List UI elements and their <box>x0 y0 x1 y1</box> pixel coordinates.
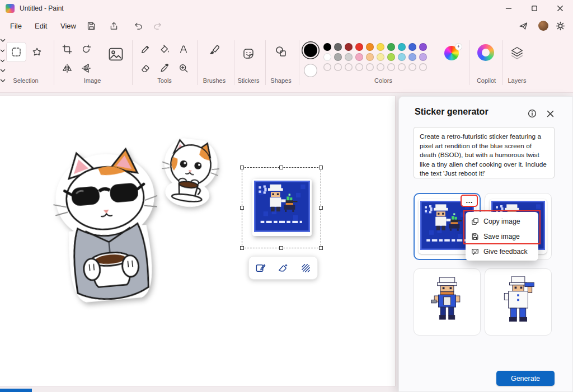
flip-horizontal-icon[interactable] <box>59 60 75 76</box>
panel-close-icon[interactable] <box>544 108 556 119</box>
color-swatch[interactable] <box>398 53 406 61</box>
sticker-generator-panel: Sticker generator Create a retro-futuris… <box>398 96 573 392</box>
color-swatch[interactable] <box>366 43 374 51</box>
send-feedback-icon[interactable] <box>516 19 530 32</box>
selection-box[interactable] <box>242 167 321 248</box>
redo-button[interactable] <box>150 19 165 32</box>
color-swatch-empty[interactable] <box>355 63 363 71</box>
selection-handle[interactable] <box>319 166 323 169</box>
crop-icon[interactable] <box>59 41 75 57</box>
color-swatch[interactable] <box>323 43 331 51</box>
color-swatch[interactable] <box>377 53 384 61</box>
menu-view[interactable]: View <box>55 17 82 35</box>
generative-erase-button[interactable] <box>274 259 292 277</box>
save-button[interactable] <box>84 19 98 32</box>
color-palette <box>323 43 427 71</box>
menu-item-label: Save image <box>483 233 520 240</box>
color-swatch[interactable] <box>408 53 416 61</box>
stickers-button[interactable] <box>239 45 257 63</box>
rectangle-select-tool[interactable] <box>6 42 26 62</box>
color-swatch[interactable] <box>355 53 363 61</box>
layers-button[interactable] <box>508 44 526 62</box>
selection-handle[interactable] <box>240 166 244 169</box>
group-label-stickers: Stickers <box>233 77 264 84</box>
sticker-art <box>500 276 536 328</box>
group-divider <box>469 40 469 85</box>
resize-canvas-icon[interactable] <box>104 42 128 66</box>
menu-item-give-feedback[interactable]: Give feedback <box>466 244 538 259</box>
color-swatch[interactable] <box>387 53 395 61</box>
color-swatch[interactable] <box>334 43 342 51</box>
magnifier-tool[interactable] <box>176 60 191 76</box>
selection-handle[interactable] <box>240 246 244 250</box>
pencil-tool[interactable] <box>138 41 153 57</box>
color-swatch[interactable] <box>419 53 427 61</box>
color-picker-tool[interactable] <box>157 60 172 76</box>
group-label-colors: Colors <box>302 77 464 84</box>
info-icon[interactable] <box>527 108 538 119</box>
menu-file[interactable]: File <box>4 17 27 35</box>
horizontal-scrollbar-thumb[interactable] <box>0 389 32 392</box>
cat-sunglasses-sticker[interactable] <box>46 143 169 313</box>
color-swatch[interactable] <box>387 43 395 51</box>
group-label-tools: Tools <box>137 77 192 84</box>
color-swatch-empty[interactable] <box>377 63 384 71</box>
color-swatch[interactable] <box>323 53 331 61</box>
brushes-button[interactable] <box>205 41 224 60</box>
settings-gear-icon[interactable] <box>553 19 567 32</box>
group-divider <box>299 40 299 85</box>
primary-color-swatch[interactable] <box>304 44 317 57</box>
color-swatch-empty[interactable] <box>387 63 395 71</box>
color-swatch-empty[interactable] <box>334 63 342 71</box>
paint-app-icon <box>6 4 15 13</box>
paint-window: Untitled - Paint File Edit View <box>0 0 573 392</box>
remove-background-button[interactable] <box>297 259 315 277</box>
color-swatch-empty[interactable] <box>398 63 406 71</box>
selection-handle[interactable] <box>240 206 244 210</box>
color-swatch[interactable] <box>419 43 427 51</box>
selection-handle[interactable] <box>279 246 283 250</box>
menu-bar: File Edit View <box>0 17 573 35</box>
generated-sticker-option-3[interactable] <box>414 268 481 336</box>
selection-handle[interactable] <box>279 166 283 169</box>
color-swatch[interactable] <box>366 53 374 61</box>
generated-sticker-option-4[interactable] <box>485 268 552 336</box>
maximize-button[interactable] <box>522 0 547 17</box>
color-swatch[interactable] <box>377 43 384 51</box>
color-swatch[interactable] <box>345 53 353 61</box>
eraser-tool[interactable] <box>138 60 153 76</box>
selection-handle[interactable] <box>319 246 323 250</box>
undo-button[interactable] <box>131 19 145 32</box>
secondary-color-swatch[interactable] <box>304 64 317 77</box>
color-swatch-empty[interactable] <box>345 63 353 71</box>
cat-coffee-sticker[interactable] <box>155 136 224 212</box>
minimize-button[interactable] <box>496 0 522 17</box>
shapes-button[interactable] <box>272 42 290 60</box>
prompt-input[interactable]: Create a retro-futuristic sticker featur… <box>414 127 555 178</box>
color-swatch[interactable] <box>334 53 342 61</box>
menu-item-copy-image[interactable]: Copy image <box>466 214 538 229</box>
color-swatch[interactable] <box>408 43 416 51</box>
close-button[interactable] <box>547 0 573 17</box>
color-swatch-empty[interactable] <box>408 63 416 71</box>
color-swatch[interactable] <box>355 43 363 51</box>
freeform-select-tool[interactable] <box>29 45 45 60</box>
menu-edit[interactable]: Edit <box>29 17 53 35</box>
more-options-button[interactable]: … <box>462 196 477 206</box>
flip-vertical-icon[interactable] <box>78 60 94 76</box>
color-swatch-empty[interactable] <box>323 63 331 71</box>
color-swatch-empty[interactable] <box>419 63 427 71</box>
color-swatch[interactable] <box>345 43 353 51</box>
rotate-icon[interactable] <box>78 41 94 57</box>
color-swatch[interactable] <box>398 43 406 51</box>
color-swatch-empty[interactable] <box>366 63 374 71</box>
generate-button[interactable]: Generate <box>496 371 555 386</box>
copilot-button[interactable] <box>477 44 494 61</box>
share-button[interactable] <box>106 19 121 32</box>
selection-handle[interactable] <box>319 206 323 210</box>
rewrite-with-copilot-button[interactable] <box>251 259 269 277</box>
text-tool[interactable] <box>176 41 191 57</box>
menu-item-save-image[interactable]: Save image <box>466 229 538 244</box>
fill-tool[interactable] <box>157 41 172 57</box>
avatar[interactable] <box>538 21 548 31</box>
